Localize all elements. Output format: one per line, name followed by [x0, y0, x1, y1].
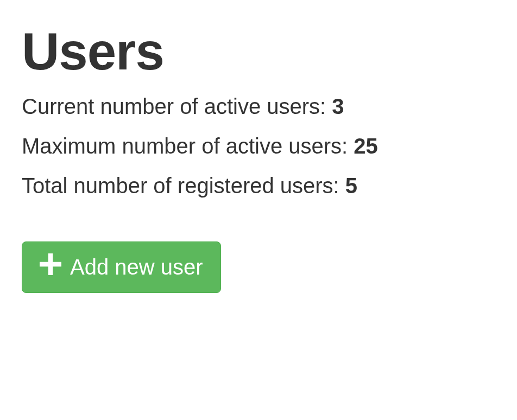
total-users-label: Total number of registered users: [22, 174, 345, 198]
total-users-value: 5 [345, 174, 357, 198]
total-users-stat: Total number of registered users: 5 [22, 174, 495, 198]
add-user-button-label: Add new user [70, 254, 203, 280]
page-title: Users [22, 22, 495, 81]
plus-icon [40, 253, 61, 282]
max-users-stat: Maximum number of active users: 25 [22, 134, 495, 158]
active-users-stat: Current number of active users: 3 [22, 94, 495, 119]
add-new-user-button[interactable]: Add new user [22, 241, 221, 293]
active-users-label: Current number of active users: [22, 94, 332, 118]
max-users-label: Maximum number of active users: [22, 134, 354, 158]
svg-rect-1 [40, 262, 61, 267]
actions-area: Add new user [22, 241, 495, 293]
active-users-value: 3 [332, 94, 344, 118]
max-users-value: 25 [354, 134, 378, 158]
